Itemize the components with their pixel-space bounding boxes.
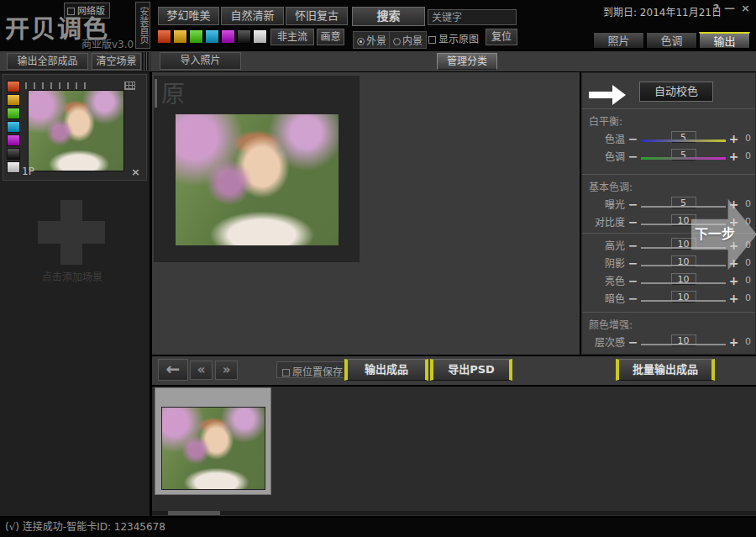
keyword-input[interactable] <box>428 9 517 25</box>
layering-label: 层次感 <box>586 334 627 349</box>
export-psd-button[interactable]: 导出PSD <box>430 359 512 381</box>
non-mainstream-button[interactable]: 非主流 <box>270 29 314 45</box>
style-button-fresh[interactable]: 自然清新 <box>221 7 284 25</box>
filmstrip-tile-selected[interactable] <box>155 387 271 495</box>
reset-button[interactable]: 复位 <box>486 29 517 45</box>
minimize-button[interactable]: — <box>723 2 736 14</box>
checkbox-icon <box>282 369 290 376</box>
save-in-place-checkbox[interactable]: 原位置保存 <box>276 361 349 378</box>
preview-scrollbar[interactable] <box>155 79 157 108</box>
install-vertical-tab[interactable]: 安装首页 <box>135 2 150 49</box>
scene-close-icon[interactable]: × <box>131 166 140 178</box>
help-button[interactable]: ? <box>710 2 722 14</box>
pictorial-button[interactable]: 画意 <box>317 29 344 45</box>
add-scene-plus-icon[interactable] <box>38 221 105 244</box>
brights-slider-track[interactable]: 10 <box>641 275 726 286</box>
shadows-value: 0 <box>740 257 751 268</box>
temp-step-box[interactable]: 5 <box>671 131 696 143</box>
brights-plus-button[interactable]: + <box>727 275 740 287</box>
swatch-black[interactable] <box>7 148 20 160</box>
tint-step-box[interactable]: 5 <box>671 149 696 161</box>
output-final-button[interactable]: 输出成品 <box>344 359 428 381</box>
layering-plus-button[interactable]: + <box>727 336 740 348</box>
scene-thumbnail[interactable] <box>28 90 124 171</box>
output-control-bar: ← « » 原位置保存 输出成品 导出PSD 批量输出成品 <box>152 356 756 385</box>
next-step-label[interactable]: 下一步 <box>695 223 735 243</box>
swatch-orange[interactable] <box>173 29 187 44</box>
brights-minus-button[interactable]: − <box>627 275 639 287</box>
close-button[interactable]: × <box>739 2 752 14</box>
darks-plus-button[interactable]: + <box>727 292 740 304</box>
tab-tone[interactable]: 色调 <box>646 32 697 49</box>
panel-splitter-handle[interactable] <box>142 52 150 71</box>
grid-icon[interactable] <box>124 82 135 90</box>
tint-slider-track[interactable]: 5 <box>641 150 726 161</box>
swatch-red[interactable] <box>157 29 171 44</box>
tint-plus-button[interactable]: + <box>727 150 740 162</box>
tab-output[interactable]: 输出 <box>699 32 750 49</box>
radio-selected-icon <box>357 38 365 45</box>
swatch-black[interactable] <box>237 29 251 44</box>
darks-minus-button[interactable]: − <box>627 292 639 304</box>
shadows-step-box[interactable]: 10 <box>671 255 696 267</box>
contrast-minus-button[interactable]: − <box>627 216 639 228</box>
batch-output-button[interactable]: 批量输出成品 <box>616 359 715 381</box>
filmstrip-scrollbar-thumb[interactable] <box>168 511 220 515</box>
manage-categories-button[interactable]: 管理分类 <box>437 53 497 70</box>
import-photos-button[interactable]: 导入照片 <box>160 52 241 70</box>
temp-plus-button[interactable]: + <box>727 133 740 145</box>
filmstrip-thumbnail[interactable] <box>161 407 265 490</box>
secondary-toolbar: 输出全部成品 清空场景 导入照片 管理分类 <box>0 51 756 71</box>
swatch-cyan[interactable] <box>7 121 20 133</box>
shadows-slider-track[interactable]: 10 <box>641 257 726 268</box>
layering-step-box[interactable]: 10 <box>671 334 696 346</box>
section-title: 基本色调: <box>589 179 755 193</box>
style-button-retro[interactable]: 怀旧复古 <box>286 7 348 25</box>
darks-value: 0 <box>740 292 751 303</box>
adjust-panel: 自动校色 白平衡: 色温 − 5 + 0 色调 − 5 + 0 基本色调: 曝光 <box>581 72 756 355</box>
edition-label: 商业版v3.0 <box>81 36 134 50</box>
next-page-button[interactable]: » <box>215 361 238 380</box>
swatch-cyan[interactable] <box>205 29 219 44</box>
swatch-magenta[interactable] <box>221 29 235 44</box>
filmstrip-scrollbar[interactable] <box>152 511 756 515</box>
swatch-white[interactable] <box>7 161 20 173</box>
swatch-green[interactable] <box>189 29 203 44</box>
layering-minus-button[interactable]: − <box>627 336 639 348</box>
preview-photo <box>176 114 339 245</box>
exposure-slider-track[interactable]: 5 <box>641 198 726 209</box>
temp-minus-button[interactable]: − <box>627 133 639 145</box>
tab-photo[interactable]: 照片 <box>593 32 644 49</box>
layering-slider-track[interactable]: 10 <box>641 336 726 347</box>
scene-card[interactable]: 1P × <box>3 74 147 181</box>
shadows-minus-button[interactable]: − <box>627 257 639 269</box>
exposure-label: 曝光 <box>586 197 627 211</box>
clear-scene-button[interactable]: 清空场景 <box>92 53 141 70</box>
temp-slider-track[interactable]: 5 <box>641 133 726 144</box>
preview-area: 原 <box>152 72 580 355</box>
darks-slider-track[interactable]: 10 <box>641 292 726 303</box>
swatch-magenta[interactable] <box>7 134 20 146</box>
exposure-minus-button[interactable]: − <box>627 198 639 210</box>
output-all-button[interactable]: 输出全部成品 <box>7 53 88 70</box>
temp-label: 色温 <box>586 131 627 145</box>
style-button-dreamy[interactable]: 梦幻唯美 <box>158 7 219 25</box>
prev-page-button[interactable]: « <box>190 361 213 380</box>
swatch-red[interactable] <box>7 81 20 92</box>
outdoor-radio[interactable]: 外景 <box>353 31 391 49</box>
tint-slider-row: 色调 − 5 + 0 <box>582 147 755 165</box>
tint-minus-button[interactable]: − <box>627 150 639 162</box>
highlights-minus-button[interactable]: − <box>627 240 639 251</box>
search-button[interactable]: 搜索 <box>352 7 425 26</box>
indoor-radio[interactable]: 内景 <box>389 31 427 49</box>
swatch-white[interactable] <box>253 29 267 44</box>
exposure-step-box[interactable]: 5 <box>671 197 696 208</box>
auto-color-button[interactable]: 自动校色 <box>639 82 713 102</box>
show-original-checkbox[interactable]: 显示原图 <box>428 31 479 45</box>
back-arrow-button[interactable]: ← <box>158 359 188 381</box>
exposure-value: 0 <box>740 198 751 209</box>
swatch-green[interactable] <box>7 108 20 119</box>
darks-step-box[interactable]: 10 <box>671 291 696 303</box>
swatch-orange[interactable] <box>7 94 20 106</box>
brights-step-box[interactable]: 10 <box>671 273 696 285</box>
